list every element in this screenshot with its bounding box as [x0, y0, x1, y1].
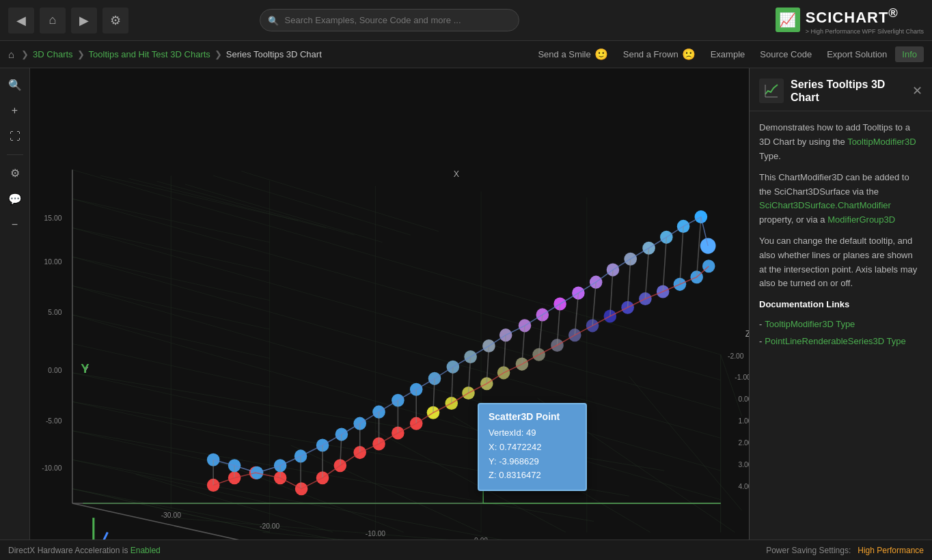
status-bar: DirectX Hardware Acceleration is Enabled…: [0, 540, 932, 560]
svg-rect-0: [30, 68, 749, 540]
source-code-tab[interactable]: Source Code: [753, 46, 819, 62]
logo-box: 📈: [776, 8, 800, 32]
brand-name: SCICHART®: [806, 9, 899, 26]
svg-text:0.00: 0.00: [48, 367, 61, 374]
svg-text:3.00: 3.00: [739, 461, 749, 468]
svg-text:0.00: 0.00: [474, 537, 488, 540]
modifier-group-link[interactable]: ModifierGroup3D: [827, 214, 895, 225]
right-panel-close[interactable]: ✕: [912, 83, 922, 98]
breadcrumb-item-3d-charts[interactable]: 3D Charts: [33, 49, 73, 59]
doc-link-1: - TooltipModifier3D Type: [759, 318, 922, 332]
description-3: You can change the default tooltip, and …: [759, 234, 922, 291]
panel-title: Series Tooltips 3D Chart: [791, 78, 885, 104]
svg-text:X: X: [454, 169, 460, 179]
tooltip-modifier-link[interactable]: TooltipModifier3D: [847, 137, 916, 147]
export-solution-tab[interactable]: Export Solution: [820, 46, 894, 62]
tooltip-z: Z: 0.8316472: [489, 468, 576, 483]
svg-text:1.00: 1.00: [739, 417, 749, 425]
tooltip-x: X: 0.7472242: [489, 440, 576, 455]
svg-text:5.00: 5.00: [48, 309, 61, 316]
right-panel-header: Series Tooltips 3D Chart ✕: [750, 68, 932, 111]
breadcrumb-item-tooltips[interactable]: Tooltips and Hit Test 3D Charts: [89, 49, 210, 59]
logo-icon: 📈: [779, 13, 796, 27]
breadcrumb-sep-0: ❯: [21, 49, 29, 59]
svg-text:Y: Y: [81, 361, 90, 376]
forward-button[interactable]: ▶: [71, 8, 97, 33]
logo-area: 📈 SCICHART® > High Performance WPF Silve…: [776, 5, 924, 35]
frown-icon: 🙁: [682, 48, 696, 61]
breadcrumb-bar: ⌂ ❯ 3D Charts ❯ Tooltips and Hit Test 3D…: [0, 41, 932, 68]
tooltip-vertex: VertexId: 49: [489, 426, 576, 440]
breadcrumb-home[interactable]: ⌂: [8, 48, 14, 60]
tooltip-z-value: 0.8316472: [499, 470, 540, 480]
minus-tool[interactable]: −: [4, 214, 26, 236]
add-tool[interactable]: +: [4, 100, 26, 122]
example-tab[interactable]: Example: [704, 46, 752, 62]
status-right: Power Saving Settings: High Performance: [766, 546, 924, 555]
doc-link-2: - PointLineRenderableSeries3D Type: [759, 335, 922, 349]
svg-text:Z: Z: [745, 329, 749, 339]
breadcrumb-sep-1: ❯: [77, 49, 85, 59]
status-enabled: Enabled: [131, 546, 161, 555]
send-smile-label: Send a Smile: [538, 49, 590, 59]
breadcrumb-actions: Send a Smile 🙂 Send a Frown 🙁 Example So…: [531, 45, 924, 64]
svg-text:-1.00: -1.00: [735, 374, 749, 381]
doc-link-tooltip-modifier[interactable]: TooltipModifier3D Type: [765, 318, 855, 332]
left-toolbar: 🔍 + ⛶ ⚙ 💬 −: [0, 68, 30, 540]
power-prefix: Power Saving Settings:: [766, 546, 851, 555]
svg-text:10.00: 10.00: [44, 257, 62, 265]
power-value: High Performance: [858, 546, 924, 555]
description-1: Demonstrates how to add Tooltips to a 3D…: [759, 121, 922, 163]
send-frown-label: Send a Frown: [623, 49, 679, 59]
home-button[interactable]: ⌂: [40, 8, 66, 33]
panel-icon-box: [759, 79, 784, 103]
chat-tool[interactable]: 💬: [4, 188, 26, 210]
svg-text:0.00: 0.00: [739, 395, 749, 403]
smile-icon: 🙂: [594, 48, 608, 61]
send-frown-button[interactable]: Send a Frown 🙁: [616, 45, 702, 64]
breadcrumb-current: Series Tooltips 3D Chart: [226, 49, 322, 59]
tooltip-z-label: Z:: [489, 470, 497, 480]
svg-text:-30.00: -30.00: [161, 512, 181, 519]
tooltip-y-label: Y:: [489, 456, 497, 466]
breadcrumb-sep-2: ❯: [215, 49, 222, 59]
chart-frame: 15.00 10.00 5.00 0.00 -5.00 -10.00 -30.0…: [30, 68, 749, 540]
brand-sub: > High Performance WPF Silverlight Chart…: [806, 28, 924, 35]
doc-link-point-line[interactable]: PointLineRenderableSeries3D Type: [765, 335, 905, 349]
tooltip-title: Scatter3D Point: [489, 411, 576, 422]
svg-text:2.00: 2.00: [739, 439, 749, 447]
info-tab[interactable]: Info: [895, 46, 924, 62]
description-2: This ChartModifier3D can be added to the…: [759, 171, 922, 227]
tooltip-x-value: 0.7472242: [499, 442, 541, 452]
right-panel-body: Demonstrates how to add Tooltips to a 3D…: [750, 111, 932, 540]
tooltip-vertex-label: VertexId:: [489, 428, 523, 438]
tooltip-x-label: X:: [489, 442, 497, 452]
search-icon: 🔍: [268, 15, 279, 25]
top-nav: ◀ ⌂ ▶ ⚙ 🔍 📈 SCICHART® > High Performance…: [0, 0, 932, 41]
toolbar-divider: [7, 154, 23, 155]
settings-tool[interactable]: ⚙: [4, 162, 26, 184]
svg-text:4.00: 4.00: [739, 483, 749, 490]
svg-text:-10.00: -10.00: [42, 464, 61, 472]
tooltip-y-value: -3.968629: [499, 456, 539, 466]
svg-text:-5.00: -5.00: [46, 417, 62, 425]
svg-text:-20.00: -20.00: [260, 522, 279, 530]
back-button[interactable]: ◀: [8, 8, 34, 33]
main-area: 🔍 + ⛶ ⚙ 💬 −: [0, 68, 932, 540]
send-smile-button[interactable]: Send a Smile 🙂: [531, 45, 614, 64]
chart-area[interactable]: 15.00 10.00 5.00 0.00 -5.00 -10.00 -30.0…: [30, 68, 749, 540]
svg-text:-10.00: -10.00: [366, 530, 385, 537]
tooltip-vertex-value: 49: [526, 428, 536, 438]
status-prefix: DirectX Hardware Acceleration is: [8, 546, 128, 555]
chart-icon: [763, 83, 780, 99]
fit-tool[interactable]: ⛶: [4, 126, 26, 148]
search-bar: 🔍: [260, 9, 519, 31]
chart-svg: 15.00 10.00 5.00 0.00 -5.00 -10.00 -30.0…: [30, 68, 749, 540]
tooltip-box: Scatter3D Point VertexId: 49 X: 0.747224…: [478, 403, 587, 491]
zoom-tool[interactable]: 🔍: [4, 74, 26, 96]
doc-links-title: Documentation Links: [759, 298, 922, 312]
search-input[interactable]: [260, 9, 519, 31]
settings-button[interactable]: ⚙: [102, 8, 128, 33]
brand: SCICHART® > High Performance WPF Silverl…: [806, 5, 924, 35]
surface-link[interactable]: SciChart3DSurface.ChartModifier: [759, 200, 891, 210]
